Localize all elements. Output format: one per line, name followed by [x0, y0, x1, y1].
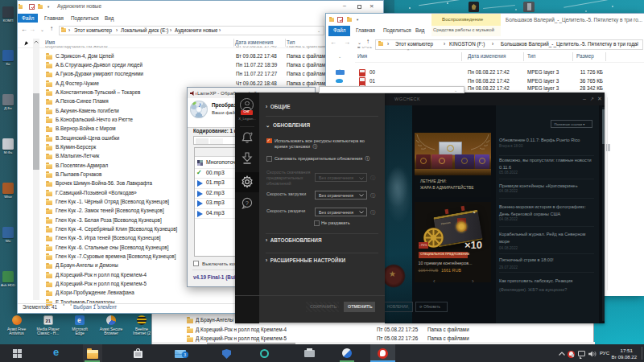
- svg-text:?: ?: [246, 200, 249, 207]
